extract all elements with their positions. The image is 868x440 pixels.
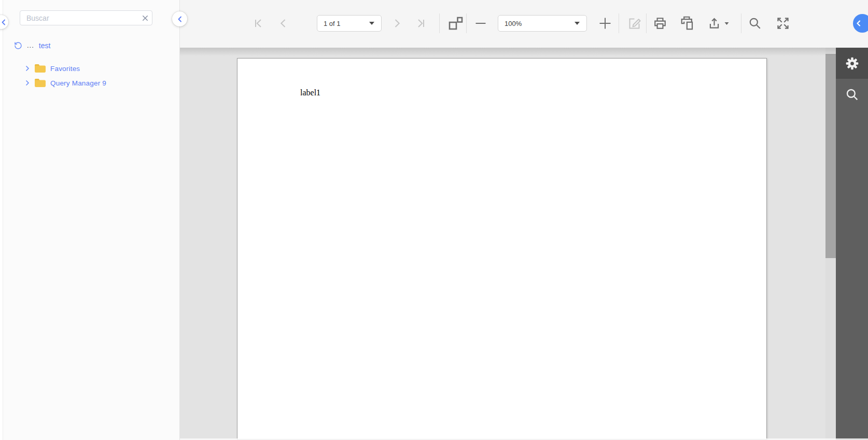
print-icon [653,17,667,30]
toolbar-divider [619,13,619,33]
toolbar-divider [646,13,647,33]
scrollbar-thumb[interactable] [825,54,836,258]
next-page-icon [391,17,403,30]
toolbar-divider [741,13,741,33]
gear-icon [845,56,859,70]
zoom-in-icon [598,17,612,30]
export-icon [708,17,721,30]
folder-tree: Favorites Query Manager 9 [3,61,179,90]
collapse-sidebar-button[interactable] [172,11,187,26]
expand-chevron-icon[interactable] [25,66,35,71]
print-button[interactable] [653,17,667,30]
fullscreen-button[interactable] [776,17,790,31]
zoom-select-value: 100% [505,20,522,27]
chevron-left-icon [856,20,862,26]
report-viewer-app: ... test Favorites Query Manag [0,0,868,440]
export-caret-icon [725,22,729,25]
tree-item-label: Favorites [50,65,80,73]
page-select[interactable]: 1 of 1 [317,15,382,32]
next-page-button[interactable] [391,17,403,30]
vertical-scrollbar[interactable] [825,48,836,440]
breadcrumb: ... test [14,40,50,51]
last-page-button[interactable] [415,17,427,30]
zoom-in-button[interactable] [598,17,612,30]
right-tab-rail [836,48,868,440]
magnifier-icon [845,88,859,101]
tree-item-query-manager-9[interactable]: Query Manager 9 [3,76,179,90]
zoom-select[interactable]: 100% [498,15,587,32]
document-area: label1 [180,48,836,440]
search-icon [748,17,762,30]
search-input[interactable] [20,14,138,22]
first-page-button[interactable] [252,17,264,30]
chevron-left-icon [177,16,183,22]
folder-icon [35,79,50,87]
previous-page-button[interactable] [277,17,289,30]
page-select-value: 1 of 1 [324,20,341,27]
zoom-out-button[interactable] [474,17,487,30]
zoom-out-icon [474,17,487,30]
settings-tab[interactable] [836,48,868,79]
toolbar-divider [466,13,467,33]
edit-icon [628,17,642,31]
folder-icon [35,64,50,73]
report-page: label1 [237,58,767,440]
clear-search-icon[interactable] [138,15,152,22]
expand-chevron-icon[interactable] [25,80,35,86]
multipage-view-button[interactable] [447,16,463,31]
report-text-label: label1 [300,88,320,97]
export-button[interactable] [708,17,729,30]
last-page-icon [415,17,427,30]
search-tab[interactable] [836,79,868,110]
sidebar-search-box [20,10,152,25]
breadcrumb-current[interactable]: test [39,41,51,50]
dropdown-caret-icon [575,22,580,25]
tree-item-favorites[interactable]: Favorites [3,61,179,76]
edit-button[interactable] [628,17,642,31]
first-page-icon [252,17,264,30]
multipage-view-icon [447,16,463,31]
chevron-left-icon [1,19,7,25]
toolbar: 1 of 1 100% [180,0,868,48]
dropdown-caret-icon [369,22,374,25]
tree-item-label: Query Manager 9 [50,79,106,87]
left-gutter [0,0,3,440]
toolbar-divider [439,13,440,33]
search-button[interactable] [748,17,762,30]
print-page-icon [681,17,695,31]
breadcrumb-ellipsis[interactable]: ... [27,43,34,48]
expand-right-panel-button[interactable] [853,14,868,33]
fullscreen-icon [776,17,790,31]
undo-icon[interactable] [14,41,22,50]
sidebar: ... test Favorites Query Manag [3,0,180,440]
print-page-button[interactable] [681,17,695,31]
previous-page-icon [277,17,289,30]
